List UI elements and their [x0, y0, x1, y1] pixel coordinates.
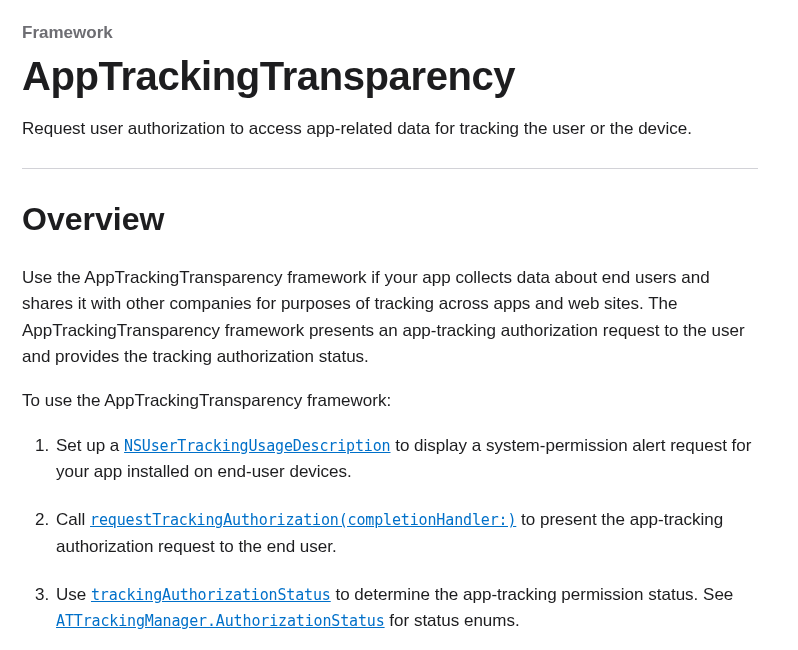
framework-eyebrow: Framework: [22, 20, 758, 46]
page-title: AppTrackingTransparency: [22, 54, 758, 98]
step-item: Call requestTrackingAuthorization(comple…: [54, 507, 758, 560]
code-link-requesttracking[interactable]: requestTrackingAuthorization(completionH…: [90, 511, 516, 529]
step-text: to determine the app-tracking permission…: [331, 585, 734, 604]
page-summary: Request user authorization to access app…: [22, 116, 758, 142]
overview-heading: Overview: [22, 195, 758, 243]
step-item: Use trackingAuthorizationStatus to deter…: [54, 582, 758, 635]
code-link-nsusertracking[interactable]: NSUserTrackingUsageDescription: [124, 437, 390, 455]
overview-intro: To use the AppTrackingTransparency frame…: [22, 388, 758, 414]
step-text: Call: [56, 510, 90, 529]
code-link-trackingstatus[interactable]: trackingAuthorizationStatus: [91, 586, 331, 604]
step-text: for status enums.: [385, 611, 520, 630]
step-text: Use: [56, 585, 91, 604]
code-link-authstatus[interactable]: ATTrackingManager.AuthorizationStatus: [56, 612, 385, 630]
overview-paragraph: Use the AppTrackingTransparency framewor…: [22, 265, 758, 370]
step-item: Set up a NSUserTrackingUsageDescription …: [54, 433, 758, 486]
step-text: Set up a: [56, 436, 124, 455]
overview-steps: Set up a NSUserTrackingUsageDescription …: [22, 433, 758, 635]
section-divider: [22, 168, 758, 169]
